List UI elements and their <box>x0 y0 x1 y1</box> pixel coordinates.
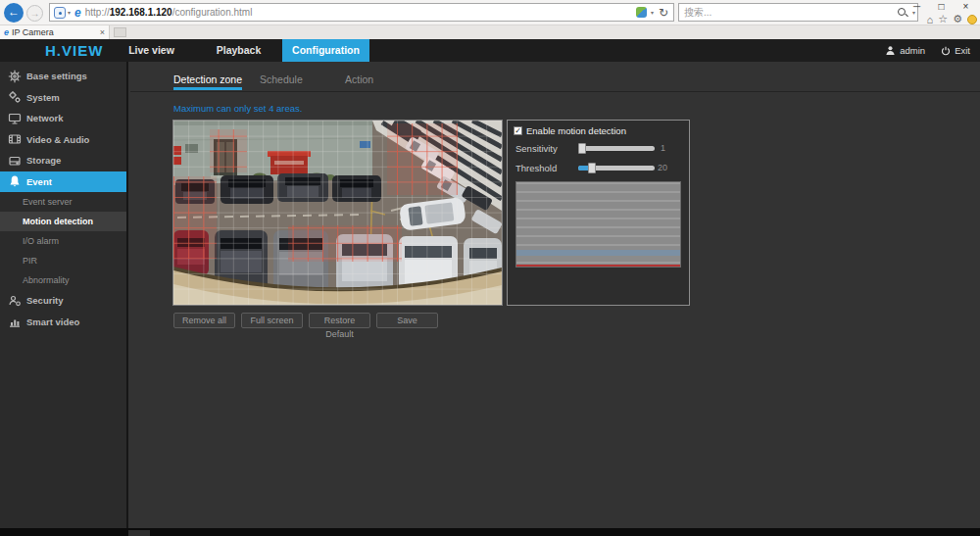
sidebar-item-label: Event <box>26 176 52 187</box>
threshold-slider[interactable] <box>578 166 655 171</box>
tab-detection-zone[interactable]: Detection zone <box>173 73 242 90</box>
sidebar-item-system[interactable]: System <box>0 87 126 109</box>
tab-configuration[interactable]: Configuration <box>282 39 369 62</box>
max-areas-notice: Maximum can only set 4 areas. <box>173 103 302 114</box>
sidebar-item-label: System <box>26 92 60 103</box>
enable-motion-checkbox[interactable]: ✓ <box>514 126 522 135</box>
tab-action[interactable]: Action <box>345 73 373 90</box>
sidebar-item-label: Video & Audio <box>26 134 89 145</box>
sidebar-item-motion-detection[interactable]: Motion detection <box>0 212 126 231</box>
favorites-star-icon[interactable]: ☆ <box>938 13 948 25</box>
chevron-down-icon[interactable]: ▾ <box>651 9 654 16</box>
sidebar-item-pir[interactable]: PIR <box>0 251 126 270</box>
motion-settings-panel: ✓ Enable motion detection Sensitivity 1 … <box>507 120 690 306</box>
sensitivity-slider-handle[interactable] <box>578 143 586 154</box>
main-content: Detection zone Schedule Action Maximum c… <box>130 62 980 511</box>
sidebar-item-label: Event server <box>23 197 73 207</box>
close-button[interactable]: × <box>954 0 978 14</box>
camera-scene <box>173 121 502 305</box>
sidebar-item-abnormality[interactable]: Abnormality <box>0 270 126 290</box>
url-path: /configuration.html <box>172 7 253 18</box>
threshold-slider-handle[interactable] <box>588 163 596 173</box>
sidebar-item-event[interactable]: Event <box>0 171 126 193</box>
ie-favicon-icon: e <box>4 27 9 37</box>
browser-tab[interactable]: e IP Camera × <box>0 25 110 39</box>
sidebar-item-storage[interactable]: Storage <box>0 150 126 171</box>
sidebar-item-label: Base settings <box>26 71 87 81</box>
sensitivity-slider[interactable] <box>578 146 655 151</box>
network-icon <box>8 112 22 125</box>
sidebar-item-network[interactable]: Network <box>0 108 126 129</box>
exit-label: Exit <box>955 45 970 56</box>
remove-all-button[interactable]: Remove all <box>173 313 235 328</box>
sidebar-item-io-alarm[interactable]: I/O alarm <box>0 231 126 251</box>
threshold-line <box>516 265 680 267</box>
url-text[interactable]: http://192.168.1.120/configuration.html <box>85 7 636 18</box>
username-label: admin <box>900 45 925 56</box>
address-bar[interactable]: ▾ e http://192.168.1.120/configuration.h… <box>49 3 674 22</box>
forward-button[interactable]: → <box>26 5 43 22</box>
screen: ← → ▾ e http://192.168.1.120/configurati… <box>0 0 980 536</box>
sidebar-item-label: Storage <box>26 155 61 166</box>
refresh-icon[interactable]: ↻ <box>659 6 668 20</box>
sidebar-item-security[interactable]: Security <box>0 290 126 312</box>
sidebar-item-label: I/O alarm <box>23 236 59 246</box>
url-domain: 192.168.1.120 <box>110 7 172 18</box>
ie-icon: e <box>74 6 81 20</box>
security-icon <box>8 294 22 308</box>
full-screen-button[interactable]: Full screen <box>241 313 303 328</box>
navbar-right: admin Exit <box>885 39 970 62</box>
sensitivity-label: Sensitivity <box>515 143 558 154</box>
home-icon[interactable]: ⌂ <box>927 14 934 25</box>
enable-motion-row: ✓ Enable motion detection <box>514 125 626 136</box>
sidebar-item-event-server[interactable]: Event server <box>0 192 126 212</box>
tab-close-icon[interactable]: × <box>100 27 105 37</box>
browser-tab-title: IP Camera <box>12 27 100 37</box>
minimize-button[interactable]: ─ <box>905 0 929 14</box>
search-placeholder: 搜索... <box>679 6 897 20</box>
exit-button[interactable]: Exit <box>941 45 970 56</box>
sidebar-item-label: PIR <box>23 256 37 266</box>
save-button[interactable]: Save <box>376 313 438 328</box>
hview-logo: H.VIEW <box>45 42 103 59</box>
compatibility-view-icon[interactable] <box>636 7 647 18</box>
window-controls: ─ □ × <box>905 0 978 14</box>
activity-level-band <box>516 250 680 256</box>
browser-tab-bar: e IP Camera × <box>0 25 980 39</box>
feedback-smiley-icon[interactable] <box>967 15 977 24</box>
camera-preview[interactable] <box>172 120 503 306</box>
settings-gear-icon[interactable]: ⚙ <box>953 13 962 25</box>
storage-icon <box>8 154 22 168</box>
action-buttons: Remove all Full screen Restore Default S… <box>173 313 438 328</box>
sidebar: Base settings System Network Video & Aud… <box>0 62 128 528</box>
sidebar-item-base-settings[interactable]: Base settings <box>0 66 126 87</box>
sidebar-item-label: Smart video <box>26 317 79 327</box>
sidebar-item-video-audio[interactable]: Video & Audio <box>0 129 126 151</box>
tab-schedule[interactable]: Schedule <box>260 73 303 90</box>
sidebar-item-label: Abnormality <box>23 275 70 285</box>
enable-motion-label: Enable motion detection <box>526 125 626 136</box>
user-icon <box>885 45 896 56</box>
motion-activity-meter <box>515 181 681 268</box>
user-info: admin <box>885 45 925 56</box>
back-button[interactable]: ← <box>4 3 24 23</box>
tab-playback[interactable]: Playback <box>195 39 282 62</box>
maximize-button[interactable]: □ <box>929 0 954 14</box>
sidebar-item-label: Motion detection <box>23 217 93 226</box>
browser-action-icons: ⌂ ☆ ⚙ <box>927 13 977 25</box>
new-tab-button[interactable] <box>114 27 126 37</box>
site-security-icon[interactable] <box>54 7 66 19</box>
sidebar-item-smart-video[interactable]: Smart video <box>0 312 126 333</box>
tab-live-view[interactable]: Live view <box>108 39 195 62</box>
search-box[interactable]: 搜索... ▾ <box>678 3 918 22</box>
restore-default-button[interactable]: Restore Default <box>309 313 370 328</box>
sensitivity-value: 1 <box>661 143 665 153</box>
url-prefix: http:// <box>85 7 110 18</box>
chevron-down-icon[interactable]: ▾ <box>68 9 71 16</box>
bell-icon <box>8 174 22 188</box>
power-icon <box>941 46 951 56</box>
video-audio-icon <box>8 132 22 146</box>
system-icon <box>8 90 22 104</box>
threshold-value: 20 <box>658 163 667 172</box>
sub-tab-bar: Detection zone Schedule Action <box>130 73 980 92</box>
